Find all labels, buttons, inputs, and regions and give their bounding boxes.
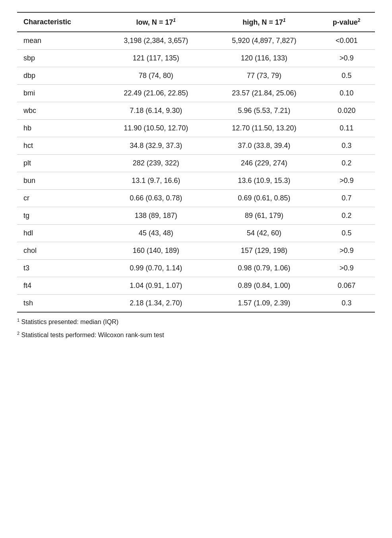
cell-characteristic: mean [17, 32, 102, 50]
stats-table-container: Characteristic low, N = 171 high, N = 17… [17, 12, 375, 343]
cell-low: 45 (43, 48) [102, 225, 210, 242]
cell-characteristic: tg [17, 207, 102, 225]
cell-low: 3,198 (2,384, 3,657) [102, 32, 210, 50]
footnote-2-sup: 2 [17, 331, 19, 336]
cell-pvalue: 0.3 [318, 295, 375, 313]
cell-low: 121 (117, 135) [102, 50, 210, 67]
cell-low: 1.04 (0.91, 1.07) [102, 277, 210, 295]
statistics-table: Characteristic low, N = 171 high, N = 17… [17, 12, 375, 313]
table-row: bun13.1 (9.7, 16.6)13.6 (10.9, 15.3)>0.9 [17, 172, 375, 190]
cell-low: 2.18 (1.34, 2.70) [102, 295, 210, 313]
table-header-row: Characteristic low, N = 171 high, N = 17… [17, 12, 375, 32]
cell-characteristic: sbp [17, 50, 102, 67]
col-header-characteristic-label: Characteristic [23, 18, 71, 26]
col-header-high-sup: 1 [283, 17, 286, 23]
cell-high: 37.0 (33.8, 39.4) [210, 137, 318, 155]
cell-characteristic: wbc [17, 102, 102, 120]
table-row: hb11.90 (10.50, 12.70)12.70 (11.50, 13.2… [17, 120, 375, 137]
cell-low: 78 (74, 80) [102, 67, 210, 85]
col-header-low: low, N = 171 [102, 12, 210, 32]
cell-low: 0.99 (0.70, 1.14) [102, 260, 210, 277]
cell-pvalue: 0.067 [318, 277, 375, 295]
cell-high: 0.69 (0.61, 0.85) [210, 190, 318, 207]
cell-high: 246 (229, 274) [210, 155, 318, 172]
table-row: wbc7.18 (6.14, 9.30)5.96 (5.53, 7.21)0.0… [17, 102, 375, 120]
cell-pvalue: 0.7 [318, 190, 375, 207]
cell-high: 77 (73, 79) [210, 67, 318, 85]
cell-pvalue: 0.2 [318, 155, 375, 172]
table-row: tsh2.18 (1.34, 2.70)1.57 (1.09, 2.39)0.3 [17, 295, 375, 313]
cell-high: 157 (129, 198) [210, 242, 318, 260]
cell-pvalue: 0.5 [318, 225, 375, 242]
col-header-pvalue-label: p-value2 [333, 18, 361, 26]
footnote-1-text: Statistics presented: median (IQR) [21, 319, 119, 325]
table-row: hct34.8 (32.9, 37.3)37.0 (33.8, 39.4)0.3 [17, 137, 375, 155]
cell-characteristic: dbp [17, 67, 102, 85]
cell-pvalue: 0.2 [318, 207, 375, 225]
cell-low: 11.90 (10.50, 12.70) [102, 120, 210, 137]
cell-pvalue: >0.9 [318, 172, 375, 190]
cell-pvalue: 0.10 [318, 85, 375, 102]
cell-pvalue: >0.9 [318, 50, 375, 67]
cell-characteristic: ft4 [17, 277, 102, 295]
cell-pvalue: >0.9 [318, 260, 375, 277]
cell-high: 120 (116, 133) [210, 50, 318, 67]
col-header-pvalue-sup: 2 [358, 17, 361, 23]
col-header-low-sup: 1 [173, 17, 176, 23]
cell-pvalue: <0.001 [318, 32, 375, 50]
table-row: ft41.04 (0.91, 1.07)0.89 (0.84, 1.00)0.0… [17, 277, 375, 295]
table-row: mean3,198 (2,384, 3,657)5,920 (4,897, 7,… [17, 32, 375, 50]
footnote-1-sup: 1 [17, 318, 19, 322]
table-row: t30.99 (0.70, 1.14)0.98 (0.79, 1.06)>0.9 [17, 260, 375, 277]
cell-high: 1.57 (1.09, 2.39) [210, 295, 318, 313]
table-row: tg138 (89, 187)89 (61, 179)0.2 [17, 207, 375, 225]
table-footnotes: 1 Statistics presented: median (IQR) 2 S… [17, 317, 375, 341]
cell-low: 0.66 (0.63, 0.78) [102, 190, 210, 207]
cell-high: 12.70 (11.50, 13.20) [210, 120, 318, 137]
cell-low: 22.49 (21.06, 22.85) [102, 85, 210, 102]
cell-high: 13.6 (10.9, 15.3) [210, 172, 318, 190]
footnote-2-text: Statistical tests performed: Wilcoxon ra… [21, 332, 164, 338]
cell-pvalue: 0.020 [318, 102, 375, 120]
cell-high: 5.96 (5.53, 7.21) [210, 102, 318, 120]
cell-low: 13.1 (9.7, 16.6) [102, 172, 210, 190]
cell-high: 0.98 (0.79, 1.06) [210, 260, 318, 277]
footnote-2: 2 Statistical tests performed: Wilcoxon … [17, 330, 375, 341]
cell-pvalue: 0.5 [318, 67, 375, 85]
cell-low: 34.8 (32.9, 37.3) [102, 137, 210, 155]
table-row: hdl45 (43, 48)54 (42, 60)0.5 [17, 225, 375, 242]
cell-high: 5,920 (4,897, 7,827) [210, 32, 318, 50]
cell-low: 160 (140, 189) [102, 242, 210, 260]
col-header-low-label: low, N = 171 [136, 18, 176, 26]
table-row: chol160 (140, 189)157 (129, 198)>0.9 [17, 242, 375, 260]
cell-characteristic: tsh [17, 295, 102, 313]
cell-pvalue: >0.9 [318, 242, 375, 260]
cell-characteristic: bun [17, 172, 102, 190]
cell-characteristic: hdl [17, 225, 102, 242]
col-header-high-label: high, N = 171 [243, 18, 285, 26]
cell-characteristic: plt [17, 155, 102, 172]
col-header-pvalue: p-value2 [318, 12, 375, 32]
cell-characteristic: hb [17, 120, 102, 137]
table-row: cr0.66 (0.63, 0.78)0.69 (0.61, 0.85)0.7 [17, 190, 375, 207]
cell-characteristic: chol [17, 242, 102, 260]
cell-characteristic: bmi [17, 85, 102, 102]
cell-low: 282 (239, 322) [102, 155, 210, 172]
cell-low: 138 (89, 187) [102, 207, 210, 225]
cell-high: 89 (61, 179) [210, 207, 318, 225]
table-row: plt282 (239, 322)246 (229, 274)0.2 [17, 155, 375, 172]
cell-low: 7.18 (6.14, 9.30) [102, 102, 210, 120]
cell-high: 23.57 (21.84, 25.06) [210, 85, 318, 102]
cell-characteristic: cr [17, 190, 102, 207]
cell-characteristic: hct [17, 137, 102, 155]
table-row: bmi22.49 (21.06, 22.85)23.57 (21.84, 25.… [17, 85, 375, 102]
table-row: dbp78 (74, 80)77 (73, 79)0.5 [17, 67, 375, 85]
col-header-characteristic: Characteristic [17, 12, 102, 32]
cell-high: 0.89 (0.84, 1.00) [210, 277, 318, 295]
cell-pvalue: 0.3 [318, 137, 375, 155]
cell-pvalue: 0.11 [318, 120, 375, 137]
cell-high: 54 (42, 60) [210, 225, 318, 242]
footnote-1: 1 Statistics presented: median (IQR) [17, 317, 375, 328]
col-header-high: high, N = 171 [210, 12, 318, 32]
cell-characteristic: t3 [17, 260, 102, 277]
